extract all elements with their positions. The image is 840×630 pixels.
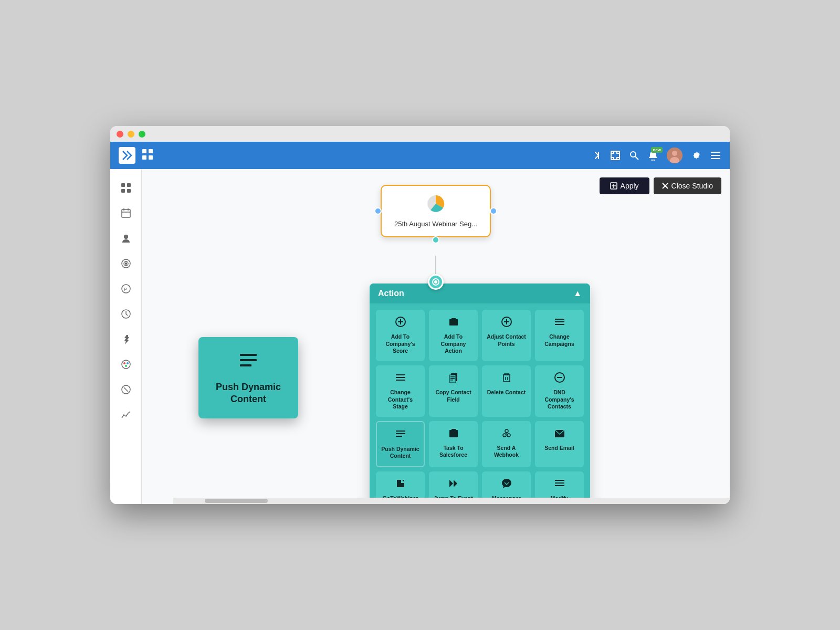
svg-rect-84 [555,482,564,484]
send-email-icon [554,427,565,442]
action-panel: Action ▲ Add To Company's Score [370,284,590,504]
action-panel-title: Action [378,289,404,298]
dnd-company-label: DND Company's Contacts [539,389,580,411]
svg-rect-46 [452,321,456,322]
action-connector-circle [428,274,444,290]
svg-rect-47 [452,323,454,324]
apply-button[interactable]: Apply [600,177,649,194]
delete-contact-label: Delete Contact [487,389,526,396]
sidebar-item-dashboard[interactable] [116,177,136,198]
push-dynamic-card[interactable]: Push Dynamic Content [198,337,298,418]
svg-rect-0 [142,149,146,153]
svg-rect-86 [240,354,257,356]
add-company-score-icon [395,316,406,330]
svg-marker-80 [449,480,453,487]
change-contact-stage-label: Change Contact's Stage [380,389,421,411]
sidebar-item-palette[interactable] [116,354,136,375]
svg-rect-67 [396,430,405,432]
svg-rect-85 [555,485,564,486]
top-nav: new [110,142,730,169]
svg-rect-56 [396,380,405,381]
action-item-send-webhook[interactable]: Send A Webhook [482,421,531,467]
avatar[interactable] [667,148,682,163]
svg-point-21 [124,235,128,239]
close-window-button[interactable] [117,131,123,138]
svg-rect-4 [611,151,620,160]
send-webhook-label: Send A Webhook [486,445,527,459]
svg-point-28 [122,360,130,369]
sidebar-item-points[interactable]: P [116,278,136,299]
action-item-dnd-company[interactable]: DND Company's Contacts [535,365,584,417]
sidebar-item-plugins[interactable] [116,329,136,350]
change-campaigns-label: Change Campaigns [539,333,580,348]
action-panel-up-icon[interactable]: ▲ [573,289,582,298]
expand-icon-button[interactable] [610,150,621,161]
sidebar-item-calendar[interactable] [116,203,136,224]
main-layout: P [110,169,730,504]
nav-left [119,147,153,164]
svg-point-31 [125,365,127,367]
nav-grid-icon[interactable] [142,149,153,163]
svg-rect-62 [503,375,510,382]
forward-icon-button[interactable] [591,150,602,161]
svg-point-73 [505,429,508,433]
sidebar-item-reports[interactable] [116,404,136,425]
svg-text:P: P [124,287,127,292]
notification-bell-wrap: new [648,150,658,161]
action-item-add-company-score[interactable]: Add To Company's Score [376,310,425,361]
adjust-contact-points-label: Adjust Contact Points [486,333,527,348]
push-dynamic-content-label: Push Dynamic Content [381,446,419,460]
action-item-copy-contact-field[interactable]: Copy Contact Field [429,365,478,417]
menu-icon-button[interactable] [710,150,721,161]
svg-rect-87 [240,359,257,361]
svg-rect-68 [396,433,405,434]
titlebar [110,126,730,142]
sidebar-item-contacts[interactable] [116,228,136,249]
scrollbar-thumb[interactable] [205,499,268,503]
node-connector-bottom [432,236,439,244]
maximize-window-button[interactable] [139,131,145,138]
svg-rect-1 [149,149,153,153]
push-dynamic-card-label: Push Dynamic Content [209,381,288,406]
sidebar-item-history[interactable] [116,303,136,324]
svg-rect-13 [121,183,125,187]
action-item-send-email[interactable]: Send Email [535,421,584,467]
gotowebinar-icon [395,478,406,492]
action-item-add-company-action[interactable]: Add To Company Action [429,310,478,361]
canvas-toolbar: Apply Close Studio [600,177,721,194]
svg-marker-79 [402,480,404,482]
app-body: new [110,142,730,504]
action-item-adjust-contact-points[interactable]: Adjust Contact Points [482,310,531,361]
settings-icon-button[interactable] [691,150,701,161]
action-item-task-salesforce[interactable]: Task To Salesforce [429,421,478,467]
close-studio-button[interactable]: Close Studio [654,177,721,194]
adjust-contact-points-icon [501,316,512,330]
sidebar-item-segments[interactable] [116,253,136,274]
action-item-delete-contact[interactable]: Delete Contact [482,365,531,417]
action-item-change-campaigns[interactable]: Change Campaigns [535,310,584,361]
action-item-push-dynamic-content[interactable]: Push Dynamic Content [376,421,425,467]
sidebar-item-cancel[interactable] [116,379,136,400]
brand-icon [119,147,135,164]
add-company-score-label: Add To Company's Score [380,333,421,355]
segment-node-icon [394,194,477,217]
scrollbar-area [173,498,730,504]
send-webhook-icon [501,427,512,442]
svg-rect-83 [555,480,564,481]
segment-node[interactable]: 25th August Webinar Seg... [381,185,491,237]
search-icon-button[interactable] [629,150,639,161]
action-item-change-contact-stage[interactable]: Change Contact's Stage [376,365,425,417]
svg-line-33 [124,387,128,392]
messenger-icon [501,478,512,492]
connector-line [435,256,436,274]
svg-point-24 [125,263,127,265]
svg-rect-60 [450,378,455,379]
add-company-action-icon [448,316,459,330]
jump-to-event-icon [448,478,459,492]
send-email-label: Send Email [544,445,574,452]
notification-badge: new [651,147,663,153]
task-salesforce-label: Task To Salesforce [433,445,474,459]
svg-point-30 [127,362,129,364]
close-studio-label: Close Studio [671,182,713,190]
minimize-window-button[interactable] [128,131,134,138]
